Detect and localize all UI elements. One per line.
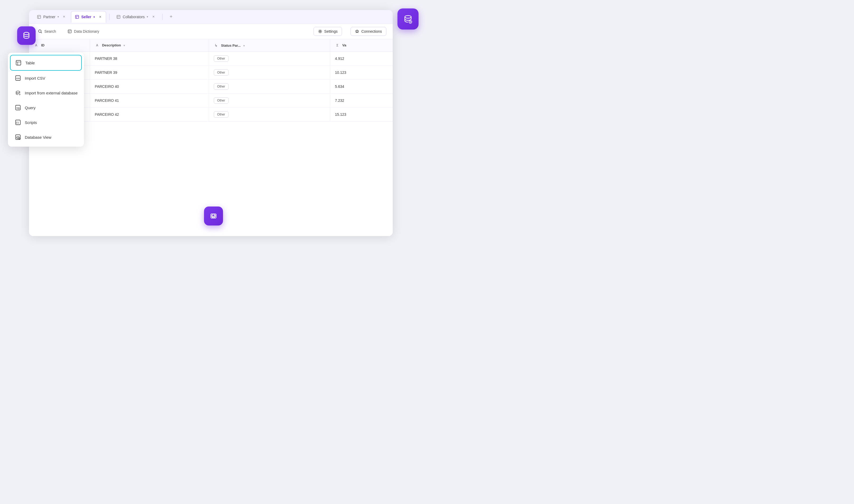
tab-bar: Partner ▾ ✕ Seller ▾ ✕ (29, 10, 393, 24)
svg-rect-6 (37, 15, 41, 18)
connections-button[interactable]: Connections (350, 27, 386, 36)
tab-seller-close[interactable]: ✕ (98, 15, 102, 19)
status-badge-1: Other (214, 69, 229, 76)
data-dictionary-icon (68, 29, 72, 34)
scripts-menu-icon: {·} (14, 119, 22, 126)
svg-point-0 (405, 16, 411, 18)
database-view-menu-icon (14, 133, 22, 141)
status-badge-3: Other (214, 97, 229, 104)
tab-partner-close[interactable]: ✕ (62, 15, 66, 19)
menu-item-table[interactable]: Table (10, 55, 82, 71)
context-menu: Table CSV Import CSV Import from externa… (8, 53, 84, 147)
table-icon-partner (37, 15, 41, 19)
tab-seller[interactable]: Seller ▾ ✕ (71, 11, 106, 23)
svg-point-19 (319, 31, 321, 32)
search-button[interactable]: Search (35, 28, 58, 35)
search-icon (38, 29, 42, 34)
table-icon-seller (75, 15, 79, 19)
svg-point-25 (16, 91, 20, 93)
csv-menu-icon: CSV (14, 74, 22, 82)
svg-text:{·}: {·} (16, 121, 19, 124)
app-icon-bottom: {·} (204, 206, 223, 226)
settings-icon (318, 29, 322, 34)
cell-value-4: 15.123 (330, 108, 393, 122)
col-header-status[interactable]: ↳ Status Par... ▾ (209, 39, 330, 52)
data-dictionary-button[interactable]: Data Dictionary (65, 28, 102, 35)
menu-item-query-label: Query (25, 106, 36, 110)
cell-value-2: 5.634 (330, 80, 393, 94)
svg-point-31 (17, 137, 19, 138)
sort-icon-status: ▾ (243, 44, 245, 47)
status-badge-0: Other (214, 55, 229, 62)
external-db-menu-icon (14, 89, 22, 96)
menu-item-import-external-db-label: Import from external database (25, 91, 77, 95)
tab-collaborators-label: Collaborators (123, 15, 145, 19)
app-icon-topright (398, 8, 419, 30)
svg-rect-9 (75, 15, 79, 18)
settings-label: Settings (324, 29, 338, 34)
data-dictionary-label: Data Dictionary (74, 29, 99, 34)
tab-partner-chevron: ▾ (57, 15, 59, 18)
svg-rect-12 (117, 15, 120, 18)
svg-text:CSV: CSV (16, 77, 20, 79)
tab-partner[interactable]: Partner ▾ ✕ (33, 11, 70, 23)
settings-button[interactable]: Settings (314, 27, 342, 36)
menu-item-import-external-db[interactable]: Import from external database (10, 86, 82, 100)
svg-point-2 (24, 33, 29, 35)
tab-seller-chevron: ▾ (93, 16, 95, 18)
col-header-id[interactable]: A ID (29, 39, 90, 52)
col-header-description[interactable]: A Description ▾ (90, 39, 209, 52)
table-icon-collaborators (116, 15, 121, 19)
svg-text:SQL: SQL (16, 107, 20, 109)
cell-status-3: Other (209, 94, 330, 108)
tab-seller-label: Seller (81, 15, 91, 19)
menu-item-scripts[interactable]: {·} Scripts (10, 115, 82, 130)
menu-item-query[interactable]: SQL Query (10, 100, 82, 115)
toolbar: Search Data Dictionary Settings Connecti… (29, 24, 393, 39)
tab-collaborators[interactable]: Collaborators ▾ ✕ (113, 11, 159, 23)
menu-item-table-label: Table (25, 61, 35, 65)
menu-item-import-csv-label: Import CSV (25, 76, 46, 80)
connections-icon (355, 29, 359, 34)
tab-partner-label: Partner (43, 15, 55, 19)
app-icon-left (17, 26, 36, 45)
col-type-a-id: A (34, 43, 38, 48)
table-menu-icon (15, 59, 22, 67)
cell-value-1: 10.123 (330, 66, 393, 80)
cell-value-3: 7.232 (330, 94, 393, 108)
tab-collaborators-chevron: ▾ (147, 15, 148, 18)
col-type-sigma: Σ (335, 43, 339, 48)
cell-value-0: 4.912 (330, 52, 393, 66)
cell-status-0: Other (209, 52, 330, 66)
status-badge-2: Other (214, 83, 229, 90)
cell-desc-1: PARTNER 39 (90, 66, 209, 80)
col-type-a-desc: A (95, 43, 100, 48)
col-type-status: ↳ (214, 43, 219, 48)
tab-add-button[interactable]: + (167, 13, 175, 21)
query-menu-icon: SQL (14, 104, 22, 111)
sort-icon-desc: ▾ (123, 44, 125, 47)
search-label: Search (44, 29, 56, 34)
menu-item-database-view-label: Database View (25, 135, 51, 140)
tab-collaborators-close[interactable]: ✕ (151, 15, 155, 19)
cell-desc-4: PARCEIRO 42 (90, 108, 209, 122)
cell-desc-0: PARTNER 38 (90, 52, 209, 66)
status-badge-4: Other (214, 111, 229, 118)
col-header-value[interactable]: Σ Va (330, 39, 393, 52)
svg-rect-16 (68, 30, 71, 33)
cell-status-1: Other (209, 66, 330, 80)
menu-item-import-csv[interactable]: CSV Import CSV (10, 71, 82, 86)
svg-text:{·}: {·} (212, 215, 215, 218)
cell-desc-2: PARCEIRO 40 (90, 80, 209, 94)
cell-desc-3: PARCEIRO 41 (90, 94, 209, 108)
cell-status-2: Other (209, 80, 330, 94)
menu-item-scripts-label: Scripts (25, 120, 37, 125)
connections-label: Connections (361, 29, 382, 34)
cell-status-4: Other (209, 108, 330, 122)
menu-item-database-view[interactable]: Database View (10, 130, 82, 145)
svg-rect-20 (16, 60, 21, 65)
